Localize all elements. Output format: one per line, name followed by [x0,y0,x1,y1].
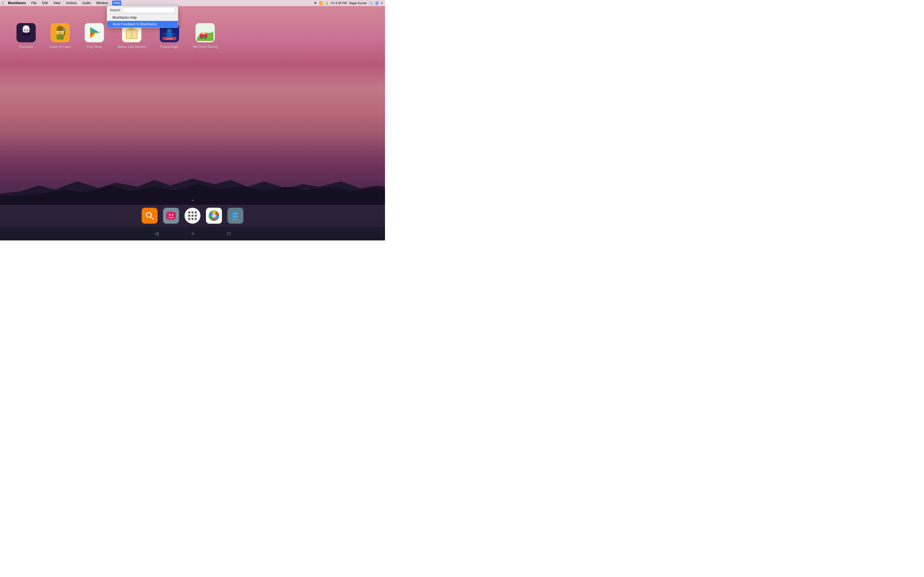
svg-point-6 [27,30,28,31]
menu-view[interactable]: View [52,0,61,5]
back-button[interactable]: ◁ [155,230,158,237]
dock-search[interactable] [142,208,158,224]
svg-point-44 [205,37,206,38]
coc-icon [51,23,70,42]
chrome-icon [209,211,219,221]
svg-point-42 [201,37,202,38]
svg-point-50 [172,214,173,216]
svg-rect-13 [57,35,64,40]
menu-file[interactable]: File [30,0,38,5]
facemoji-icon [166,211,176,221]
svg-rect-35 [164,34,167,35]
dropdown-item-feedback[interactable]: Send Feedback to BlueStacks [107,21,178,27]
mac-menubar-right: ⚙ 📶 🔋 Fri 4:26 PM Sagar Kumar 🔍 🌀 ≡ [314,2,383,5]
home-button[interactable]: ○ [191,231,194,237]
help-dropdown: Search BlueStacks Help Send Feedback to … [107,6,178,28]
svg-rect-7 [24,32,28,33]
dropdown-search-row: Search [107,6,178,14]
menu-actions[interactable]: Actions [65,0,78,5]
app-icons-area: Grimvalor [0,18,385,55]
dock-maps[interactable]: BlueStacks [228,208,243,224]
up-chevron[interactable]: ⌃ [191,199,194,204]
menu-edit[interactable]: Edit [41,0,49,5]
playstore-icon [85,23,104,42]
grimvalor-label: Grimvalor [19,45,33,49]
app-icon-coc[interactable]: Clash of Clans [50,23,71,49]
hillclimb-icon [195,23,215,42]
menubar-user: Sagar Kumar [349,2,367,5]
menubar-wifi-icon: 📶 [319,2,323,5]
svg-point-49 [169,214,171,216]
mac-menubar:  BlueStacks File Edit View Actions Audi… [0,0,385,6]
coc-label: Clash of Clans [50,45,71,49]
dock-appdrawer[interactable] [184,208,200,224]
svg-point-5 [24,30,25,31]
menu-help[interactable]: Help [112,0,121,5]
grimvalor-icon [16,23,36,42]
dock-chrome[interactable] [206,208,222,224]
hillclimb-label: Hill Climb Racing [193,45,218,49]
app-icon-grimvalor[interactable]: Grimvalor [16,23,36,49]
menu-audio[interactable]: Audio [81,0,92,5]
playstore-label: Play Store [87,45,102,49]
menubar-time: Fri 4:26 PM [331,2,347,5]
svg-rect-36 [171,34,175,35]
svg-rect-53 [174,213,176,219]
recents-button[interactable]: □ [228,231,231,237]
maps-icon: BlueStacks [230,211,241,221]
search-icon [145,211,154,220]
help-search-input[interactable] [123,7,175,13]
svg-point-45 [202,32,205,34]
nativelibs-label: Native Libs Monitor [118,45,146,49]
bluestacks-window: 4:26 [0,6,385,240]
dock-facemoji[interactable] [163,208,179,224]
svg-point-58 [213,214,215,217]
menu-window[interactable]: Window [95,0,109,5]
android-dock: BlueStacks [0,205,385,227]
app-drawer-icon [188,211,197,220]
mac-menubar-left:  BlueStacks File Edit View Actions Audi… [2,0,121,5]
app-icon-hillclimb[interactable]: Hill Climb Racing [193,23,218,49]
svg-rect-11 [57,29,64,31]
menubar-control-icon[interactable]: ≡ [381,2,383,5]
svg-point-37 [168,29,171,32]
app-icon-playstore[interactable]: Play Store [85,23,104,49]
menubar-battery-icon: 🔋 [325,2,329,5]
svg-text:netmarble: netmarble [166,38,173,40]
svg-point-15 [63,28,66,31]
apple-logo[interactable]:  [2,1,3,5]
svg-line-47 [151,217,153,219]
menubar-notification-icon: ⚙ [314,2,317,5]
android-navbar: ◁ ○ □ [0,227,385,240]
search-label: Search [110,8,120,12]
svg-point-63 [236,213,237,214]
menubar-siri-icon[interactable]: 🌀 [375,2,379,5]
futurefight-label: Future Fight [160,45,178,49]
dropdown-item-help[interactable]: BlueStacks Help [107,14,178,21]
svg-text:BlueStacks: BlueStacks [232,219,239,220]
menu-bluestacks[interactable]: BlueStacks [7,0,27,5]
svg-rect-34 [166,34,172,38]
svg-rect-51 [167,215,175,216]
svg-rect-52 [166,213,168,219]
menubar-search-icon[interactable]: 🔍 [369,2,373,5]
